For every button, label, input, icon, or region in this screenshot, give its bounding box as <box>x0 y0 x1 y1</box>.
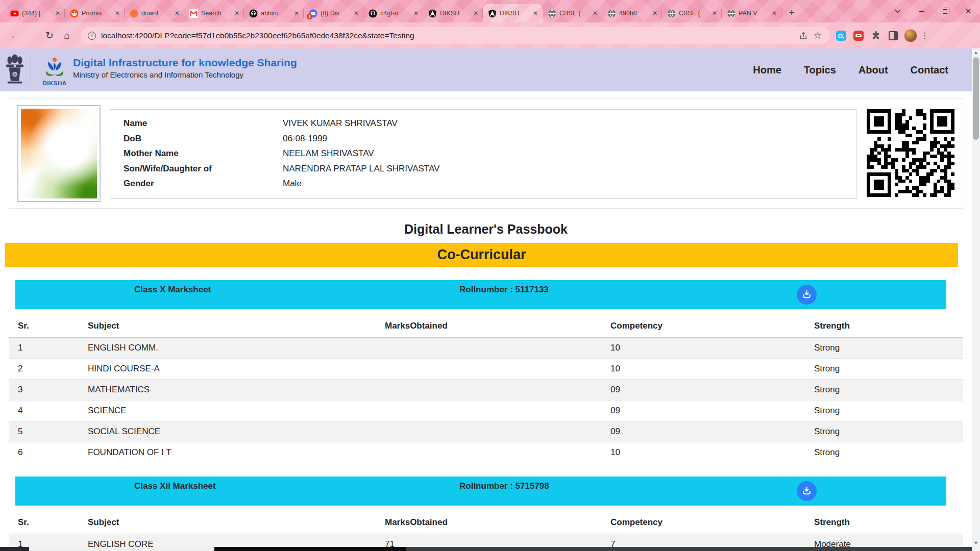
nav-about[interactable]: About <box>859 64 888 76</box>
puzzle-extensions-icon[interactable] <box>869 29 883 43</box>
field-label: DoB <box>124 131 283 146</box>
table-cell: 09 <box>553 421 758 442</box>
browser-tab[interactable]: Promis ✕ <box>65 4 125 22</box>
chevron-down-icon[interactable] <box>886 0 910 22</box>
download-button[interactable] <box>797 285 817 305</box>
marksheet-band: Class Xii Marksheet Rollnumber : 5715798 <box>15 477 946 506</box>
url-bar[interactable]: i localhost:4200/DLP?code=f57d1eb0b55c2b… <box>81 27 830 44</box>
new-tab-button[interactable]: + <box>785 6 799 20</box>
tab-title: PAN V <box>739 10 767 17</box>
tab-close-icon[interactable]: ✕ <box>352 9 360 17</box>
share-icon[interactable] <box>796 29 811 43</box>
bottom-edge-bar <box>0 547 972 551</box>
column-header: MarksObtained <box>324 315 553 338</box>
page-content: DIKSHA Digital Infrastructure for knowle… <box>0 48 972 551</box>
column-header: Competency <box>553 315 758 338</box>
angular-icon <box>428 9 437 18</box>
browser-tab[interactable]: Search ✕ <box>184 4 244 22</box>
profile-field-row: NameVIVEK KUMAR SHRIVASTAV <box>124 116 856 131</box>
column-header: Strength <box>758 315 963 338</box>
browser-tab[interactable]: downl ✕ <box>125 4 184 22</box>
table-cell: 09 <box>553 380 758 400</box>
tab-close-icon[interactable]: ✕ <box>173 9 181 17</box>
page-info-icon[interactable]: i <box>88 32 96 40</box>
splitscreen-extension-icon[interactable] <box>886 29 900 43</box>
tab-title: (8) Dis <box>321 10 349 17</box>
browser-tab[interactable]: abhiru ✕ <box>244 4 304 22</box>
globe-icon <box>667 9 676 18</box>
tab-close-icon[interactable]: ✕ <box>113 9 121 17</box>
minimize-icon[interactable] <box>910 0 933 22</box>
close-icon[interactable]: ✕ <box>957 0 980 22</box>
field-label: Mother Name <box>124 146 283 161</box>
browser-tab[interactable]: DIKSH ✕ <box>483 4 543 22</box>
nav-home[interactable]: Home <box>753 64 781 76</box>
browser-tab[interactable]: CBSE ( ✕ <box>662 4 722 22</box>
table-cell <box>324 359 553 380</box>
tab-close-icon[interactable]: ✕ <box>710 9 719 17</box>
github-icon <box>369 9 377 18</box>
tab-close-icon[interactable]: ✕ <box>472 9 480 17</box>
tab-title: CBSE ( <box>679 10 707 17</box>
table-cell: 09 <box>553 400 758 421</box>
table-cell <box>324 338 553 359</box>
marksheet-title: Class Xii Marksheet <box>134 481 216 491</box>
notification-badge: 8 <box>307 14 312 19</box>
tab-title: DIKSH <box>440 10 469 17</box>
field-label: Son/Wife/Daughter of <box>124 161 283 177</box>
bookmark-star-icon[interactable]: ☆ <box>811 29 825 43</box>
tab-close-icon[interactable]: ✕ <box>54 9 62 17</box>
table-cell: Strong <box>758 442 963 463</box>
table-cell: 10 <box>553 338 758 359</box>
scrollbar-up-arrow[interactable]: ▲ <box>972 48 980 57</box>
co-curricular-banner: Co-Curricular <box>5 243 958 267</box>
tab-close-icon[interactable]: ✕ <box>412 9 420 17</box>
tab-close-icon[interactable]: ✕ <box>233 9 241 17</box>
browser-tab[interactable]: PAN V ✕ <box>722 4 781 22</box>
marksheet-table: Sr.SubjectMarksObtainedCompetencyStrengt… <box>9 512 963 551</box>
table-cell: 10 <box>553 442 758 463</box>
url-text[interactable]: localhost:4200/DLP?code=f57d1eb0b55c2b23… <box>101 31 796 40</box>
browser-tab[interactable]: c4gt-n ✕ <box>363 4 423 22</box>
table-cell: Strong <box>758 400 963 421</box>
browser-tab[interactable]: 8 (8) Dis ✕ <box>304 4 363 22</box>
table-cell: 4 <box>9 400 76 421</box>
vertical-scrollbar[interactable]: ▲ ▼ <box>972 48 980 551</box>
field-label: Gender <box>124 176 283 191</box>
nav-contact[interactable]: Contact <box>911 64 948 76</box>
home-icon[interactable]: ⌂ <box>58 27 76 44</box>
download-button[interactable] <box>797 481 817 501</box>
refresh-icon[interactable]: ↻ <box>41 27 58 44</box>
browser-tab[interactable]: (344) | ✕ <box>5 4 65 22</box>
browser-tab[interactable]: DIKSH ✕ <box>423 4 483 22</box>
tab-close-icon[interactable]: ✕ <box>651 9 659 17</box>
column-header: Subject <box>76 512 324 534</box>
red-extension-icon[interactable] <box>851 29 866 43</box>
browser-tab[interactable]: CBSE ( ✕ <box>543 4 602 22</box>
table-cell <box>324 421 553 442</box>
menu-dots-icon[interactable]: ⋮ <box>921 31 929 40</box>
table-cell: SOCIAL SCIENCE <box>76 421 324 442</box>
table-cell: 6 <box>9 442 76 463</box>
tab-close-icon[interactable]: ✕ <box>292 9 301 17</box>
nav-topics[interactable]: Topics <box>804 64 836 76</box>
downloader-icon <box>130 9 138 18</box>
orahi-extension-icon[interactable]: O, <box>834 29 848 43</box>
column-header: Sr. <box>9 512 76 534</box>
table-cell: 5 <box>9 421 76 442</box>
column-header: Competency <box>553 512 758 534</box>
tab-close-icon[interactable]: ✕ <box>770 9 778 17</box>
tab-close-icon[interactable]: ✕ <box>531 9 540 17</box>
diksha-logo-icon <box>43 57 66 79</box>
tab-close-icon[interactable]: ✕ <box>591 9 599 17</box>
scrollbar-thumb[interactable] <box>973 57 979 140</box>
profile-avatar[interactable] <box>903 29 918 43</box>
bottom-bar-segment <box>214 547 406 551</box>
back-icon[interactable]: ← <box>6 27 23 44</box>
browser-tab[interactable]: 490b0 ✕ <box>602 4 662 22</box>
forward-icon[interactable]: → <box>23 27 41 44</box>
profile-details: NameVIVEK KUMAR SHRIVASTAVDoB06-08-1999M… <box>110 109 856 199</box>
scrollbar-down-arrow[interactable]: ▼ <box>972 539 980 547</box>
restore-icon[interactable] <box>933 0 957 22</box>
profile-field-row: GenderMale <box>124 176 856 191</box>
